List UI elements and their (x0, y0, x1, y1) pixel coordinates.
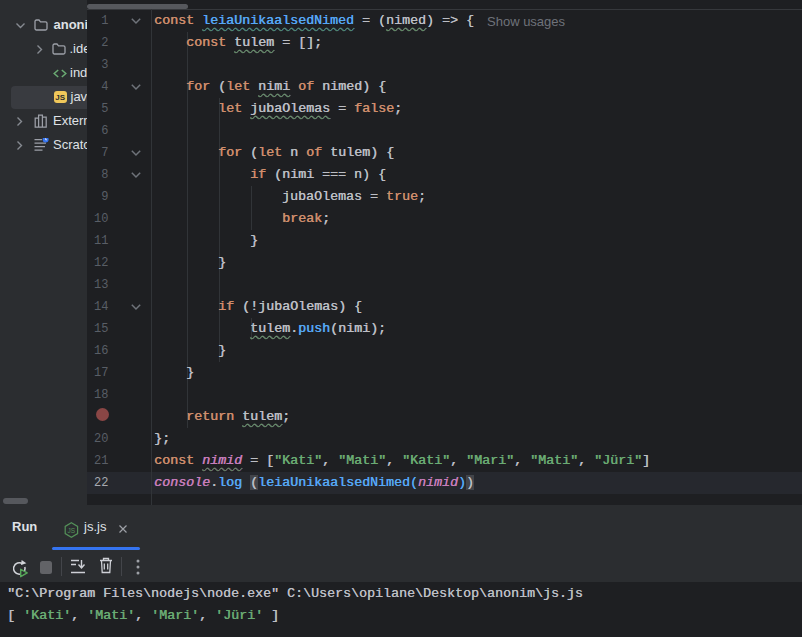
svg-text:JS: JS (68, 527, 76, 534)
